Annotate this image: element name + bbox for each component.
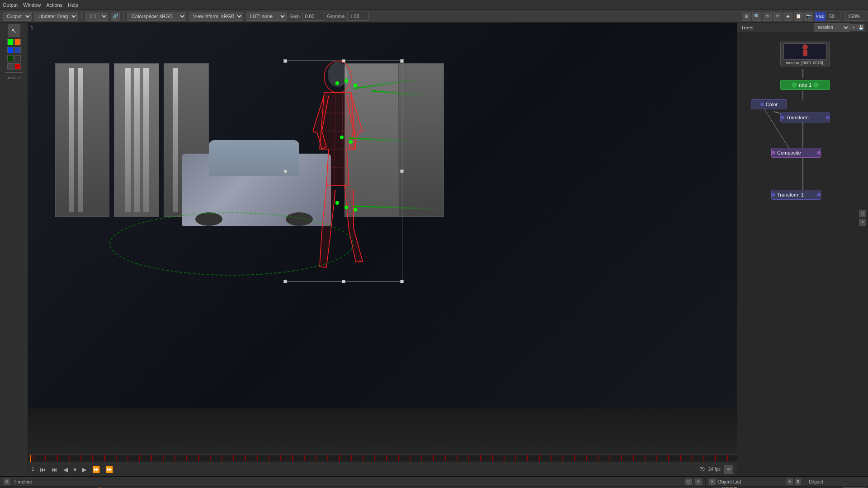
source-label: woman_[0001-0070]. — [786, 61, 825, 65]
node-composite[interactable]: Composite — [771, 148, 821, 158]
viewer-icon-6[interactable]: 📋 — [794, 12, 803, 21]
tool-select[interactable]: ↖ — [8, 24, 20, 37]
settings-icon[interactable]: ⚙ — [724, 465, 733, 474]
transform-port-l — [781, 116, 784, 119]
properties-title: Object — [809, 479, 823, 484]
light-pillar-6 — [173, 68, 178, 212]
link-icon[interactable]: 🔗 — [111, 12, 120, 21]
floor — [28, 408, 737, 454]
tracking-circle — [109, 212, 354, 276]
swatch-darkblue[interactable] — [14, 47, 21, 53]
node-right-icon-1[interactable]: ⬡ — [859, 210, 866, 217]
end-frame-display: 70 — [700, 467, 705, 472]
viewer-icon-5[interactable]: ◈ — [783, 12, 793, 21]
object-list-title: Object List — [717, 479, 741, 484]
object-list-header: ✕ Object List + ⚙ — [706, 477, 805, 487]
lut-dropdown[interactable]: LUT: none — [246, 12, 287, 21]
node-new-icon[interactable]: + — [850, 24, 857, 31]
next-frame-btn[interactable]: ⏩ — [90, 465, 102, 474]
viewer-icon-4[interactable]: ⟳ — [773, 12, 782, 21]
swatch-gray[interactable] — [7, 63, 14, 70]
left-panel: ↖ pe color — [0, 23, 28, 476]
fps-display: 24 fps — [708, 467, 721, 472]
menu-output[interactable]: Output — [3, 2, 18, 8]
node-roto1[interactable]: roto 1 — [780, 80, 830, 90]
node-save-icon[interactable]: 💾 — [857, 24, 864, 31]
exposure-input[interactable] — [827, 12, 840, 21]
composite-port-r — [817, 151, 821, 155]
viewer[interactable]: 1 — [28, 23, 737, 454]
gamma-input[interactable] — [347, 12, 369, 21]
obj-add-btn[interactable]: + — [787, 479, 793, 485]
viewxform-dropdown[interactable]: View Xform: sRGB — [189, 12, 243, 21]
prev-frame-btn[interactable]: ⏭ — [50, 465, 60, 474]
swatch-orange[interactable] — [14, 39, 21, 45]
roto1-label: roto 1 — [799, 82, 811, 88]
bbox-handle-br[interactable] — [400, 280, 404, 283]
step-back-btn[interactable]: ◀ — [61, 465, 70, 474]
play-btn[interactable]: ▶ — [80, 465, 89, 474]
transform1-port-l — [772, 193, 775, 197]
toolbar-sep-2 — [123, 12, 124, 20]
viewer-icon-7[interactable]: 📷 — [804, 12, 813, 21]
swatch-green[interactable] — [7, 39, 14, 45]
go-to-end-btn[interactable]: ⏩ — [104, 465, 115, 474]
menu-help[interactable]: Help — [68, 2, 78, 8]
right-icons: ⬡ ≡ — [859, 210, 866, 226]
top-toolbar: Output Update: Drag 1:1 🔗 Colorspace: sR… — [0, 10, 868, 23]
swatch-dark[interactable] — [14, 55, 21, 61]
tracker-mid-2 — [349, 140, 353, 144]
transform-port-r — [826, 116, 830, 119]
tracker-feet-1 — [335, 201, 339, 205]
timeline-expand-btn[interactable]: ⬡ — [685, 479, 692, 485]
bbox-handle-mr[interactable] — [400, 169, 404, 173]
composite-port-l — [772, 151, 775, 155]
timeline-settings-btn[interactable]: ✕ — [695, 479, 702, 485]
color-swatches — [7, 39, 21, 45]
frame-number-overlay: 1 — [31, 25, 33, 30]
node-tree-area[interactable]: woman_[0001-0070]. roto 1 Color Transfor… — [737, 33, 868, 476]
swatch-blue[interactable] — [7, 47, 14, 53]
node-right-icon-2[interactable]: ≡ — [859, 219, 866, 226]
node-tree-header: Trees session + 💾 — [737, 23, 868, 33]
light-pillar-4 — [134, 68, 140, 212]
roto-indicator — [792, 82, 797, 88]
timeline-title: Timeline — [14, 479, 32, 484]
viewer-icon-3[interactable]: ⟲ — [763, 12, 772, 21]
ratio-dropdown[interactable]: 1:1 — [85, 12, 108, 21]
menu-actions[interactable]: Actions — [46, 2, 62, 8]
node-color[interactable]: Color — [751, 99, 787, 109]
gain-input[interactable] — [302, 12, 324, 21]
go-to-start-btn[interactable]: ⏮ — [38, 465, 48, 474]
playback-controls: 1 ⏮ ⏭ ◀ ■ ▶ ⏩ ⏩ 70 24 fps ⚙ — [28, 462, 737, 476]
menu-window[interactable]: Window — [23, 2, 41, 8]
colorspace-dropdown[interactable]: Colorspace: sRGB — [127, 12, 186, 21]
tracker-head-2 — [344, 79, 348, 83]
tracker-head-3 — [354, 84, 357, 87]
viewer-icon-1[interactable]: ⊞ — [742, 12, 751, 21]
timeline-close-btn[interactable]: ✕ — [4, 479, 10, 485]
swatch-red[interactable] — [14, 63, 21, 70]
node-transform[interactable]: Transform — [780, 113, 830, 122]
center-area: 1 1 ⏮ ⏭ ◀ ■ ▶ ⏩ ⏩ 70 24 fps ⚙ — [28, 23, 737, 476]
obj-settings-btn[interactable]: ⚙ — [795, 479, 801, 485]
viewer-icon-2[interactable]: 🔍 — [752, 12, 761, 21]
node-transform1[interactable]: Transform 1 — [771, 190, 821, 200]
update-dropdown[interactable]: Update: Drag — [34, 12, 78, 21]
stop-btn[interactable]: ■ — [72, 466, 78, 473]
node-source[interactable]: woman_[0001-0070]. — [780, 42, 830, 66]
swatch-darkgreen[interactable] — [7, 55, 14, 61]
tracker-feet-3 — [354, 208, 357, 211]
timeline-header: ✕ Timeline ⬡ ✕ — [0, 477, 705, 487]
properties-header: Object — [805, 477, 868, 487]
bbox-handle-tr[interactable] — [400, 59, 404, 63]
frame-scrubber[interactable] — [28, 454, 737, 462]
session-dropdown[interactable]: session — [814, 23, 850, 32]
obj-close-btn[interactable]: ✕ — [709, 479, 716, 485]
scrubber-bar[interactable] — [28, 454, 737, 461]
tracker-head-1 — [335, 81, 339, 85]
light-pillar-3 — [125, 68, 131, 212]
color-channels-icon[interactable]: RGB — [815, 12, 826, 21]
output-dropdown[interactable]: Output — [3, 12, 32, 21]
zoom-input[interactable] — [845, 12, 865, 21]
